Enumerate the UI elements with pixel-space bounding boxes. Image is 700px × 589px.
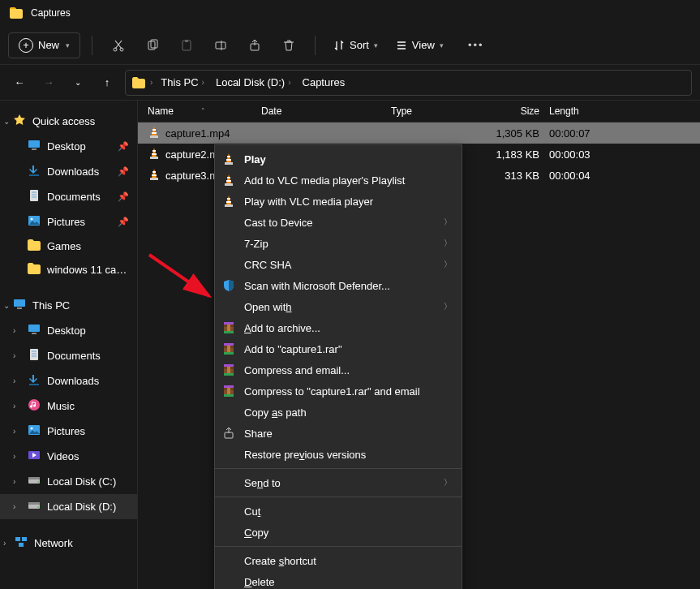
more-icon[interactable]: ••• (462, 31, 491, 60)
context-item-send-to[interactable]: Send to〉 (215, 472, 462, 493)
context-item-copy-as-path[interactable]: Copy as path (215, 402, 462, 423)
context-item-label: Open with (244, 301, 436, 313)
context-item-delete[interactable]: Delete (215, 571, 462, 589)
sort-button[interactable]: Sort ▾ (327, 39, 384, 51)
expand-icon: ⌄ (3, 301, 13, 310)
sidebar-item-label: Music (47, 400, 129, 412)
sidebar-item-games[interactable]: Games (0, 234, 137, 258)
svg-rect-10 (32, 148, 37, 150)
context-item-label: Scan with Microsoft Defender... (244, 280, 452, 292)
svg-rect-20 (29, 384, 39, 385)
svg-rect-40 (150, 178, 158, 180)
desktop-icon (28, 323, 41, 338)
new-button[interactable]: + New ▾ (8, 32, 80, 58)
expand-icon: ⌄ (3, 117, 13, 126)
context-item-label: Restore previous versions (244, 449, 452, 461)
sidebar-quick-access[interactable]: ⌄ Quick access (0, 109, 137, 134)
sidebar-item-local-disk-d-[interactable]: ›Local Disk (D:) (0, 494, 137, 519)
sidebar-item-videos[interactable]: ›Videos (0, 444, 137, 469)
chevron-down-icon: ▾ (66, 41, 70, 49)
share-icon[interactable] (240, 31, 269, 60)
sidebar-this-pc[interactable]: ⌄ This PC (0, 293, 137, 318)
sidebar-item-pictures[interactable]: Pictures📌 (0, 209, 137, 234)
address-bar[interactable]: › This PC› Local Disk (D:)› Captures (125, 70, 692, 96)
sidebar-item-downloads[interactable]: ›Downloads (0, 368, 137, 393)
sidebar-item-local-disk-c-[interactable]: ›Local Disk (C:) (0, 469, 137, 494)
copy-icon[interactable] (138, 31, 167, 60)
context-item-label: Compress to "capture1.rar" and email (244, 385, 452, 398)
sidebar-item-windows-11-capptures[interactable]: windows 11 capptures (0, 258, 137, 282)
recent-chevron[interactable]: ⌄ (67, 71, 89, 94)
rename-icon[interactable] (206, 31, 235, 60)
file-length-cell: 00:00:03 (549, 148, 614, 161)
expand-icon: › (13, 427, 23, 436)
context-item-compress-and-email-[interactable]: Compress and email... (215, 359, 462, 380)
context-item-play-with-vlc-media-player[interactable]: Play with VLC media player (215, 191, 462, 212)
sidebar-item-desktop[interactable]: Desktop📌 (0, 134, 137, 159)
cut-icon[interactable] (104, 31, 133, 60)
context-separator (215, 468, 462, 469)
context-item-create-shortcut[interactable]: Create shortcut (215, 550, 462, 571)
svg-rect-15 (14, 299, 25, 307)
delete-icon[interactable] (274, 31, 303, 60)
back-button[interactable]: ← (8, 71, 31, 94)
context-item-label: 7-Zip (244, 238, 436, 250)
svg-point-23 (31, 428, 33, 430)
col-type[interactable]: Type (391, 105, 484, 117)
context-item-cut[interactable]: Cut (215, 501, 462, 522)
col-name[interactable]: Name˄ (148, 105, 261, 117)
context-item-icon (221, 384, 236, 398)
breadcrumb[interactable]: This PC› (157, 75, 208, 90)
context-item-share[interactable]: Share (215, 423, 462, 444)
sort-label: Sort (350, 39, 369, 51)
view-button[interactable]: View ▾ (389, 39, 450, 51)
context-item-add-to-capture1-rar-[interactable]: Add to "capture1.rar" (215, 338, 462, 359)
videos-icon (28, 449, 41, 464)
svg-rect-33 (19, 543, 24, 547)
sidebar-item-pictures[interactable]: ›Pictures (0, 419, 137, 444)
context-item-crc-sha[interactable]: CRC SHA〉 (215, 254, 462, 275)
context-item-7-zip[interactable]: 7-Zip〉 (215, 233, 462, 254)
context-item-add-to-archive-[interactable]: Add to archive... (215, 317, 462, 338)
context-item-restore-previous-versions[interactable]: Restore previous versions (215, 444, 462, 465)
sidebar-item-music[interactable]: ›Music (0, 393, 137, 419)
breadcrumb[interactable]: Captures (299, 75, 349, 90)
forward-button[interactable]: → (37, 71, 60, 94)
folder-icon (28, 263, 41, 277)
paste-icon[interactable] (172, 31, 201, 60)
sidebar-item-documents[interactable]: Documents📌 (0, 184, 137, 209)
pin-icon: 📌 (118, 217, 129, 227)
col-length[interactable]: Length (549, 105, 614, 117)
context-item-label: Add to VLC media player's Playlist (244, 174, 452, 187)
context-item-add-to-vlc-media-player-s-playlist[interactable]: Add to VLC media player's Playlist (215, 170, 462, 191)
context-item-icon (221, 299, 236, 314)
context-item-play[interactable]: Play (215, 148, 462, 170)
file-row[interactable]: capture1.mp41,305 KB00:00:07 (138, 123, 700, 144)
sidebar-item-label: Quick access (32, 115, 129, 127)
sidebar-item-documents[interactable]: ›Documents (0, 343, 137, 368)
pin-icon: 📌 (118, 191, 129, 202)
context-item-label: Cut (244, 505, 452, 518)
svg-rect-72 (225, 432, 233, 438)
sidebar-network[interactable]: › Network (0, 531, 137, 556)
svg-rect-61 (224, 352, 234, 355)
chevron-down-icon: ▾ (374, 41, 378, 49)
svg-rect-65 (224, 364, 234, 367)
svg-rect-50 (227, 198, 230, 200)
context-item-copy[interactable]: Copy (215, 522, 462, 543)
svg-point-14 (31, 218, 33, 221)
col-date[interactable]: Date (261, 105, 391, 117)
view-label: View (412, 39, 435, 51)
context-item-icon (221, 574, 236, 589)
col-size[interactable]: Size (484, 105, 549, 117)
context-item-compress-to-capture1-rar-and-email[interactable]: Compress to "capture1.rar" and email (215, 380, 462, 402)
sidebar-item-label: Desktop (47, 140, 111, 153)
sidebar-item-desktop[interactable]: ›Desktop (0, 318, 137, 343)
context-item-scan-with-microsoft-defender-[interactable]: Scan with Microsoft Defender... (215, 275, 462, 296)
context-item-cast-to-device[interactable]: Cast to Device〉 (215, 212, 462, 233)
svg-rect-9 (28, 140, 40, 148)
up-button[interactable]: ↑ (96, 71, 118, 94)
context-item-open-with[interactable]: Open with〉 (215, 296, 462, 317)
sidebar-item-downloads[interactable]: Downloads📌 (0, 159, 137, 184)
breadcrumb[interactable]: Local Disk (D:)› (213, 75, 294, 90)
